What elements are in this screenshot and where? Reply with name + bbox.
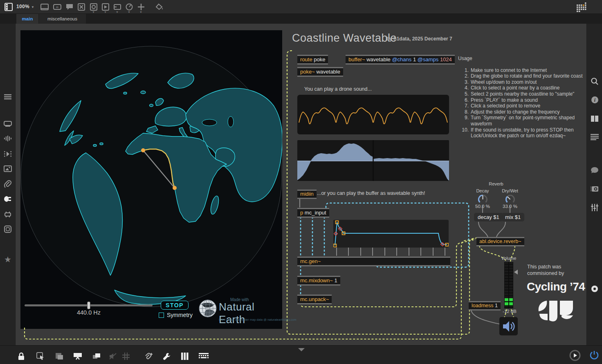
volume-value: -12 dB [497,309,522,314]
patch-title: Coastline Wavetable [292,32,397,45]
object-p-mc-input[interactable]: p mc_input [297,208,329,218]
comment-icon[interactable] [65,2,74,11]
number-box-icon[interactable]: ▼ [113,2,122,11]
midi-status-icon[interactable] [3,150,12,159]
volume-label: Volume [496,256,521,261]
piano-icon[interactable] [180,351,190,361]
grid-status-icon[interactable] [575,2,589,12]
search-icon[interactable] [590,77,599,86]
stop-button[interactable]: STOP [161,301,189,310]
globe-panel[interactable] [20,30,282,329]
natural-earth-name: Natural Earth [219,301,280,326]
object-abl-reverb[interactable]: abl.device.reverb~ [476,237,524,246]
object-mc-gen[interactable]: mc.gen~ [297,257,450,266]
tab-main[interactable]: main [16,14,38,24]
audio-status-icon[interactable] [3,134,12,143]
ezdac-speaker-button[interactable] [499,317,518,335]
comment-synth: ...or you can play the buffer as wavetab… [317,190,425,196]
caret-down-icon: ▼ [139,11,142,13]
lessons-icon[interactable] [3,164,12,173]
object-loadmess[interactable]: loadmess 1 [469,301,501,310]
message-decay[interactable]: decay $1 [474,213,503,221]
lock-icon[interactable] [16,351,26,361]
zoom-select[interactable]: 100%▼ [16,4,34,9]
duplicate-icon[interactable] [92,351,101,361]
inspector-icon[interactable] [590,114,599,123]
toggle-icon[interactable]: ▼ [89,2,98,11]
console-icon[interactable] [3,119,12,128]
bottom-toolbar [0,345,602,364]
paint-bucket-icon[interactable] [155,2,164,11]
waveform-display[interactable] [297,140,449,181]
caret-down-icon: ▼ [116,11,119,13]
object-buffer[interactable]: buffer~ wavetable @chans 1 @samps 1024 [346,55,455,65]
patch-byline: by h1data, 2025 December 7 [386,36,452,42]
favorites-icon[interactable]: ★ [3,255,12,264]
mute-icon[interactable] [108,351,118,361]
cycling74-wordmark: Cycling ’74 [527,280,585,293]
tab-strip: main miscellaneous [0,14,602,24]
record-icon[interactable] [590,284,599,293]
volume-gain-meter[interactable] [504,262,513,308]
globe[interactable] [20,30,282,329]
toolbar-collapse-arrow[interactable] [298,348,305,351]
speaker-icon [502,320,516,333]
envelope-editor[interactable] [333,220,449,248]
mixer-icon[interactable] [590,203,599,212]
playbar-icon[interactable]: ▼ [101,2,110,11]
object-route-poke[interactable]: route poke [297,55,328,65]
top-toolbar: 100%▼ m ▼ ▼ ▼ ▼ ▼ [0,0,602,14]
tab-miscellaneous[interactable]: miscellaneous [39,14,86,24]
object-mc-mixdown[interactable]: mc.mixdown~ 1 [297,276,340,286]
frequency-value: 440.0 Hz [68,309,109,316]
menu-icon[interactable] [3,92,12,101]
chat-icon[interactable] [590,165,599,174]
add-object-icon[interactable]: ▼ [137,2,146,11]
natural-earth-globe-icon [198,299,217,318]
message-box-icon[interactable]: m [53,2,62,11]
reverb-section-label: Reverb [476,181,517,186]
natural-earth-tagline: Free vector and raster map data @ natura… [219,318,297,322]
caret-down-icon: ▼ [104,11,107,13]
message-mix[interactable]: mix $1 [501,213,524,221]
svg-text:m: m [56,5,58,9]
symmetry-checkbox[interactable] [159,313,164,318]
play-circle-icon[interactable] [569,350,581,361]
xbox-icon[interactable] [77,2,86,11]
scope-display[interactable] [297,95,449,134]
usage-instructions: Usage 1.Make sure to connet to the Inter… [458,56,590,139]
cycling74-logo [535,299,574,326]
plug-active-icon[interactable] [3,194,12,203]
timer-icon[interactable]: ▼ [125,2,134,11]
keyboard-icon[interactable] [199,351,209,361]
decay-label: Decay [470,188,495,193]
reference-icon[interactable] [590,132,599,141]
audio-power-icon[interactable] [589,350,600,360]
object-mc-unpack[interactable]: mc.unpack~ [297,295,332,304]
drywet-label: Dry/Wet [498,188,522,193]
grid-icon[interactable] [121,351,131,361]
hardware-icon[interactable] [3,210,12,219]
volume-handle-icon[interactable] [514,270,518,275]
object-poke[interactable]: poke~ wavetable [297,67,343,77]
sample-point-2[interactable] [173,186,177,190]
drywet-value: 33.0 % [498,204,522,209]
info-icon[interactable]: i [590,95,599,104]
patcher-icon[interactable] [4,2,13,11]
caret-down-icon: ▼ [92,11,95,13]
attachments-icon[interactable] [3,180,12,189]
object-midiin[interactable]: midiin [297,190,317,199]
tools-icon[interactable] [162,351,172,361]
background-icon[interactable] [54,351,64,361]
natural-earth-credit: Made with Natural Earth Free vector and … [198,297,280,325]
sample-point-1[interactable] [141,148,145,152]
object-box-icon[interactable] [40,2,49,11]
attach-icon[interactable] [144,351,154,361]
select-icon[interactable] [36,351,45,361]
symmetry-label: Symmetry [167,312,193,318]
frame-icon[interactable] [3,225,12,234]
presentation-icon[interactable] [73,351,83,361]
usage-title: Usage [458,56,590,62]
frequency-slider-handle[interactable] [87,301,90,309]
snapshot-icon[interactable] [590,184,599,193]
